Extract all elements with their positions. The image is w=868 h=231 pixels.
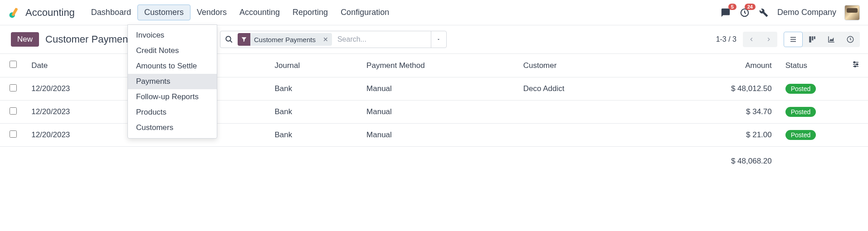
view-graph[interactable] [822, 32, 841, 47]
dropdown-invoices[interactable]: Invoices [128, 28, 217, 43]
activities-icon[interactable]: 24 [739, 7, 750, 18]
view-switcher [784, 32, 860, 47]
filter-chip-label: Customer Payments [250, 36, 319, 43]
svg-rect-9 [812, 36, 813, 40]
cell-date: 12/20/2023 [26, 124, 128, 147]
status-badge: Posted [785, 84, 816, 94]
view-list[interactable] [784, 32, 803, 47]
search-input[interactable] [335, 35, 431, 43]
col-customer[interactable]: Customer [518, 54, 702, 77]
cell-method: Manual [361, 101, 518, 124]
nav-right: 5 24 Demo Company [720, 5, 860, 20]
dropdown-payments[interactable]: Payments [128, 74, 217, 89]
svg-rect-10 [814, 36, 815, 39]
svg-rect-8 [809, 36, 811, 43]
search-box: Customer Payments ✕ [220, 31, 447, 48]
messages-icon[interactable]: 5 [720, 7, 731, 18]
dropdown-products[interactable]: Products [128, 105, 217, 120]
pager-prev[interactable] [743, 32, 760, 47]
view-activity[interactable] [841, 32, 860, 47]
cell-amount: $ 48,012.50 [702, 77, 777, 101]
avatar[interactable] [844, 5, 860, 20]
cell-customer [518, 124, 702, 147]
col-status[interactable]: Status [777, 54, 842, 77]
cell-method: Manual [361, 77, 518, 101]
search-icon[interactable] [220, 35, 238, 43]
app-name: Accounting [25, 7, 75, 19]
row-checkbox[interactable] [10, 84, 17, 91]
filter-chip-remove[interactable]: ✕ [319, 36, 332, 43]
nav-dashboard[interactable]: Dashboard [85, 5, 137, 20]
cell-customer [518, 101, 702, 124]
messages-badge: 5 [728, 4, 736, 10]
page-title: Customer Payments [45, 34, 136, 45]
dropdown-amounts-to-settle[interactable]: Amounts to Settle [128, 58, 217, 74]
svg-point-13 [854, 62, 855, 63]
nav-configuration[interactable]: Configuration [334, 5, 395, 20]
svg-point-3 [226, 36, 231, 41]
nav-items: Dashboard Customers Vendors Accounting R… [85, 5, 395, 20]
nav-reporting[interactable]: Reporting [286, 5, 334, 20]
pager-buttons [743, 32, 777, 47]
col-date[interactable]: Date [26, 54, 128, 77]
cell-journal: Bank [269, 77, 361, 101]
cell-journal: Bank [269, 101, 361, 124]
logo-icon [8, 6, 21, 19]
table-footer-row: $ 48,068.20 [0, 147, 868, 173]
select-all-checkbox[interactable] [10, 61, 17, 68]
filter-chip: Customer Payments ✕ [238, 33, 332, 46]
cell-date: 12/20/2023 [26, 101, 128, 124]
pager-area: 1-3 / 3 [716, 32, 860, 47]
col-journal[interactable]: Journal [269, 54, 361, 77]
cell-amount: $ 34.70 [702, 101, 777, 124]
cell-customer: Deco Addict [518, 77, 702, 101]
pager-text: 1-3 / 3 [716, 35, 736, 43]
nav-customers[interactable]: Customers [137, 5, 190, 20]
nav-accounting[interactable]: Accounting [233, 5, 286, 20]
nav-vendors[interactable]: Vendors [190, 5, 233, 20]
funnel-icon [238, 33, 250, 46]
column-options-icon[interactable] [852, 62, 860, 70]
tools-icon[interactable] [758, 7, 769, 18]
svg-line-4 [230, 40, 232, 43]
customers-dropdown: Invoices Credit Notes Amounts to Settle … [127, 24, 217, 139]
view-kanban[interactable] [803, 32, 822, 47]
dropdown-followup-reports[interactable]: Follow-up Reports [128, 89, 217, 105]
svg-point-17 [854, 66, 856, 67]
new-button[interactable]: New [11, 32, 39, 47]
company-name[interactable]: Demo Company [777, 8, 836, 17]
row-checkbox[interactable] [10, 130, 17, 138]
dropdown-customers[interactable]: Customers [128, 120, 217, 135]
search-options-toggle[interactable] [431, 31, 446, 48]
col-amount[interactable]: Amount [702, 54, 777, 77]
navbar: Accounting Dashboard Customers Vendors A… [0, 0, 868, 25]
cell-date: 12/20/2023 [26, 77, 128, 101]
row-checkbox[interactable] [10, 107, 17, 115]
app-logo[interactable]: Accounting [8, 6, 75, 19]
status-badge: Posted [785, 107, 816, 117]
activities-badge: 24 [745, 4, 756, 10]
pager-next[interactable] [760, 32, 777, 47]
col-method[interactable]: Payment Method [361, 54, 518, 77]
svg-point-15 [857, 64, 858, 65]
cell-method: Manual [361, 124, 518, 147]
total-amount: $ 48,068.20 [702, 147, 777, 173]
dropdown-credit-notes[interactable]: Credit Notes [128, 43, 217, 58]
status-badge: Posted [785, 130, 816, 140]
cell-amount: $ 21.00 [702, 124, 777, 147]
cell-journal: Bank [269, 124, 361, 147]
